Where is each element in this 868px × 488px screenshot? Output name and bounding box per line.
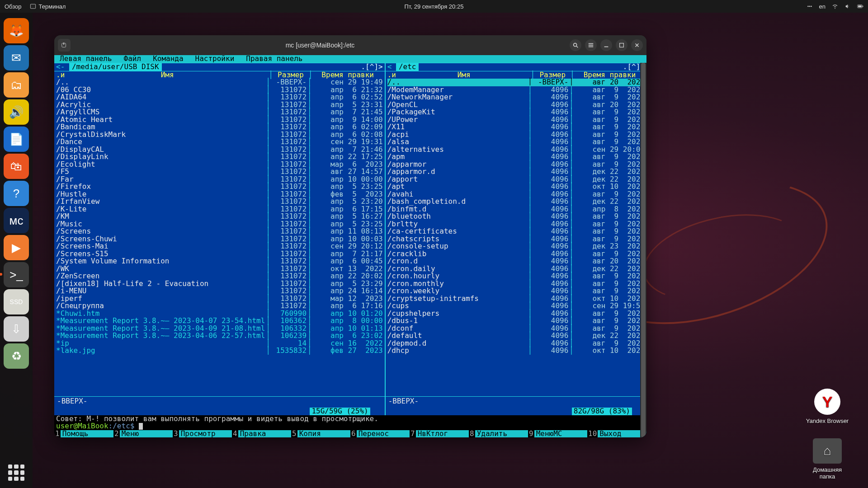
minimize-icon <box>603 42 609 48</box>
svg-point-4 <box>811 6 812 7</box>
dock-midnight-commander[interactable]: мс <box>4 208 29 233</box>
mc-right-path[interactable]: < /etc .[^]> <box>386 63 646 71</box>
dock-files[interactable]: 🗂 <box>4 72 29 98</box>
home-folder-launcher[interactable]: ⌂ Домашняя папка <box>805 438 850 480</box>
fkey-1[interactable]: 1Помощь <box>54 430 113 438</box>
dock-libreoffice-writer[interactable]: 📄 <box>4 127 29 152</box>
mc-menu-item[interactable]: Команда <box>153 55 183 63</box>
mc-menu-item[interactable]: Левая панель <box>60 55 112 63</box>
mc-left-path[interactable]: <- /media/user/USB DISK .[^]> <box>54 63 385 71</box>
keyboard-lang[interactable]: en <box>819 3 826 10</box>
clock[interactable]: Пт, 29 сентября 20:25 <box>405 3 464 10</box>
yandex-browser-launcher[interactable]: Y Yandex Browser <box>805 389 850 424</box>
mc-menu-item[interactable]: Файл <box>124 55 142 63</box>
fkey-9[interactable]: 9МенюMC <box>528 430 587 438</box>
app-menu-terminal[interactable]: Терминал <box>30 3 66 10</box>
mc-function-keys[interactable]: 1Помощь2Меню3Просмотр4Правка5Копия6Перен… <box>54 430 646 438</box>
cursor-icon <box>139 423 143 430</box>
new-tab-icon <box>61 42 67 48</box>
activities-button[interactable]: Обзор <box>5 3 22 10</box>
dock-ssd[interactable]: SSD <box>4 289 29 314</box>
mc-left-filelist[interactable]: /..│-ВВЕРХ-│сен 29 19:49/06_CC30│131072│… <box>54 79 385 396</box>
menu-button[interactable] <box>585 39 597 51</box>
mc-menu-item[interactable]: Правая панель <box>246 55 302 63</box>
dots-icon[interactable] <box>807 3 813 9</box>
dock-help[interactable]: ? <box>4 181 29 206</box>
svg-rect-9 <box>63 42 64 45</box>
file-row[interactable]: *lake.jpg│1535832│фев 27 2023 <box>56 347 383 355</box>
dock-terminal[interactable]: >_ <box>4 262 29 287</box>
window-title: mc [user@MaiBook]:/etc <box>74 42 566 49</box>
terminal-scrollbar[interactable] <box>640 63 646 437</box>
svg-rect-16 <box>620 43 624 47</box>
battery-icon[interactable] <box>857 3 863 9</box>
dock-software[interactable]: 🛍 <box>4 154 29 179</box>
search-button[interactable] <box>570 39 581 51</box>
home-icon: ⌂ <box>824 444 831 458</box>
svg-line-11 <box>576 46 578 48</box>
terminal-icon <box>30 3 36 9</box>
ubuntu-dock: 🦊✉🗂🔊📄🛍?мс▶>_SSD⇩♻ <box>0 13 33 488</box>
fkey-4[interactable]: 4Правка <box>232 430 291 438</box>
mc-right-mini: -ВВЕРХ- 82G/98G (83%) <box>386 396 646 415</box>
fkey-6[interactable]: 6Перенос <box>350 430 410 438</box>
fkey-7[interactable]: 7НвКтлог <box>410 430 469 438</box>
close-button[interactable] <box>631 39 643 51</box>
terminal-window: mc [user@MaiBook]:/etc Левая панельФайлК… <box>54 35 646 437</box>
svg-rect-1 <box>30 5 35 9</box>
fkey-2[interactable]: 2Меню <box>113 430 173 438</box>
svg-rect-15 <box>604 47 609 47</box>
mc-panel-controls[interactable]: .[^]> <box>361 63 382 71</box>
yandex-icon: Y <box>822 393 833 411</box>
mc-left-disk-usage: 15G/59G (25%) <box>310 408 370 415</box>
volume-icon[interactable] <box>844 3 851 9</box>
mc-left-panel[interactable]: <- /media/user/USB DISK .[^]> .и Имя │ Р… <box>54 63 386 415</box>
mc-right-filelist[interactable]: /..│-ВВЕРХ-│авг 20 2022/ModemManager│409… <box>386 79 646 396</box>
mc-right-panel[interactable]: < /etc .[^]> .и Имя │ Размер │ Время пра… <box>386 63 646 415</box>
svg-rect-12 <box>589 43 594 44</box>
svg-rect-13 <box>589 45 594 46</box>
dock-rhythmbox[interactable]: 🔊 <box>4 99 29 125</box>
mc-menu-item[interactable]: Настройки <box>195 55 235 63</box>
dock-trash[interactable]: ♻ <box>4 343 29 369</box>
wifi-icon[interactable] <box>832 3 838 9</box>
svg-point-10 <box>574 43 577 47</box>
dock-vlc[interactable]: ▶ <box>4 235 29 260</box>
show-apps-button[interactable] <box>8 465 24 481</box>
new-tab-button[interactable] <box>58 39 71 52</box>
fkey-3[interactable]: 3Просмотр <box>173 430 232 438</box>
mc-interface: Левая панельФайлКомандаНастройкиПравая п… <box>54 55 646 437</box>
file-row[interactable]: /dhcp│4096│окт 10 2022 <box>387 347 645 355</box>
mc-left-mini: -ВВЕРХ- 15G/59G (25%) <box>54 396 385 415</box>
close-icon <box>634 42 640 48</box>
dock-firefox[interactable]: 🦊 <box>4 18 29 43</box>
maximize-icon <box>618 42 625 48</box>
maximize-button[interactable] <box>616 39 627 51</box>
mc-right-disk-usage: 82G/98G (83%) <box>572 408 632 415</box>
fkey-5[interactable]: 5Копия <box>291 430 350 438</box>
dock-thunderbird[interactable]: ✉ <box>4 45 29 70</box>
svg-point-3 <box>809 6 810 7</box>
scrollbar-thumb[interactable] <box>641 63 646 437</box>
mc-menubar[interactable]: Левая панельФайлКомандаНастройкиПравая п… <box>54 55 646 63</box>
hamburger-icon <box>588 42 594 48</box>
search-icon <box>572 42 579 48</box>
minimize-button[interactable] <box>600 39 612 51</box>
dock-usb[interactable]: ⇩ <box>4 316 29 342</box>
mc-hint: Совет: M-! позволит вам выполнять програ… <box>54 415 646 423</box>
svg-rect-7 <box>858 5 862 7</box>
gnome-topbar: Обзор Терминал Пт, 29 сентября 20:25 en <box>0 0 868 13</box>
svg-rect-6 <box>863 6 863 7</box>
window-titlebar[interactable]: mc [user@MaiBook]:/etc <box>54 35 646 55</box>
fkey-8[interactable]: 8Удалить <box>469 430 528 438</box>
fkey-10[interactable]: 10Выход <box>587 430 646 438</box>
svg-point-2 <box>807 6 809 7</box>
svg-rect-14 <box>589 47 594 47</box>
